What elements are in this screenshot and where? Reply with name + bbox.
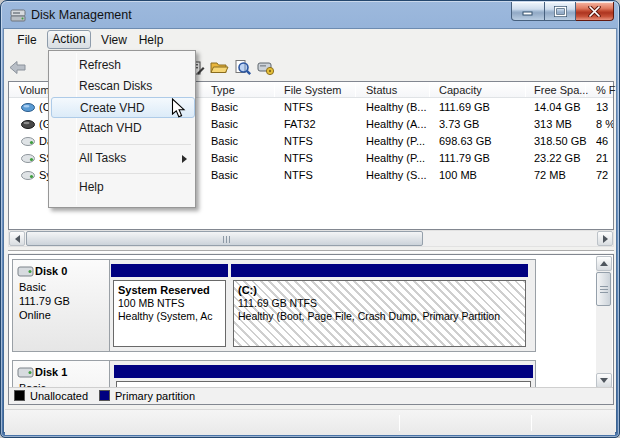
cell-capacity: 111.69 GB — [439, 99, 524, 116]
disk0-size: 111.79 GB — [19, 295, 70, 307]
primary-partition-swatch — [99, 390, 110, 401]
partition-color-bar — [111, 264, 228, 277]
close-button[interactable] — [576, 2, 614, 21]
vertical-scrollbar-thumb[interactable] — [596, 272, 611, 306]
search-icon[interactable] — [234, 59, 252, 76]
disk0-name: Disk 0 — [35, 265, 67, 277]
unallocated-swatch — [14, 390, 25, 401]
menu-item-rescan-disks[interactable]: Rescan Disks — [51, 76, 195, 97]
panel-splitter[interactable] — [8, 250, 614, 253]
menu-view[interactable]: View — [96, 32, 132, 49]
action-menu-dropdown: Refresh Rescan Disks Create VHD Attach V… — [48, 50, 196, 208]
col-free-space[interactable]: Free Spa... — [534, 82, 588, 98]
cell-type: Basic — [211, 133, 271, 150]
menu-separator — [79, 144, 191, 145]
cell-type: Basic — [211, 99, 271, 116]
submenu-arrow-icon — [182, 155, 187, 163]
cell-capacity: 698.63 GB — [439, 133, 524, 150]
col-status[interactable]: Status — [366, 82, 397, 98]
cell-type: Basic — [211, 150, 271, 167]
cell-free: 14.04 GB — [534, 99, 589, 116]
partition-size: 111.69 GB NTFS — [238, 297, 521, 310]
disk-icon — [17, 367, 34, 378]
cell-status: Healthy (P... — [366, 133, 428, 150]
col-type[interactable]: Type — [211, 82, 235, 98]
scroll-down-button[interactable] — [596, 373, 612, 388]
titlebar[interactable]: Disk Management — [1, 1, 619, 29]
disk0-state: Online — [19, 309, 51, 321]
partition-status: Healthy (Boot, Page File, Crash Dump, Pr… — [238, 310, 521, 323]
partition-ssd-data[interactable]: SSD Data (F:) — [114, 365, 533, 387]
menu-separator — [79, 173, 191, 174]
legend-bar: Unallocated Primary partition — [9, 387, 613, 404]
legend-unallocated-label: Unallocated — [30, 389, 88, 404]
menu-item-all-tasks[interactable]: All Tasks — [51, 148, 195, 169]
disk1-name: Disk 1 — [35, 366, 67, 378]
disk-settings-icon[interactable] — [257, 59, 275, 76]
cell-free: 23.22 GB — [534, 150, 589, 167]
cell-status: Healthy (P... — [366, 150, 428, 167]
cell-status: Healthy (S... — [366, 167, 428, 184]
back-button-icon[interactable] — [9, 60, 27, 75]
volume-icon — [21, 171, 36, 180]
menu-item-attach-vhd[interactable]: Attach VHD — [51, 118, 195, 139]
disk1-label[interactable]: Disk 1 Basic — [13, 361, 110, 387]
cell-fs: NTFS — [284, 133, 349, 150]
menu-file[interactable]: File — [11, 32, 43, 49]
menu-help[interactable]: Help — [133, 32, 169, 49]
cell-fs: NTFS — [284, 167, 349, 184]
disk0-label[interactable]: Disk 0 Basic 111.79 GB Online — [13, 260, 110, 351]
partition-status: Healthy (System, Ac — [118, 310, 221, 323]
cell-free: 313 MB — [534, 116, 589, 133]
cell-pct: 21 — [596, 150, 613, 167]
cell-capacity: 100 MB — [439, 167, 524, 184]
cell-fs: NTFS — [284, 150, 349, 167]
scroll-right-button[interactable] — [597, 231, 613, 246]
disk-drive-icon — [10, 8, 26, 23]
partition-system-reserved[interactable]: System Reserved 100 MB NTFS Healthy (Sys… — [111, 264, 228, 348]
cell-type: Basic — [211, 167, 271, 184]
partition-c-selected[interactable]: (C:) 111.69 GB NTFS Healthy (Boot, Page … — [231, 264, 528, 348]
cell-free: 318.50 GB — [534, 133, 589, 150]
cell-pct: 8 % — [596, 116, 613, 133]
partition-size: 100 MB NTFS — [118, 297, 221, 310]
disk0-kind: Basic — [19, 281, 46, 293]
open-folder-icon[interactable] — [210, 59, 229, 75]
cell-fs: FAT32 — [284, 116, 349, 133]
horizontal-scrollbar-thumb[interactable] — [26, 231, 423, 246]
menu-item-refresh[interactable]: Refresh — [51, 55, 195, 76]
cell-pct: 13 — [596, 99, 613, 116]
disk-icon — [17, 266, 34, 277]
cell-capacity: 111.79 GB — [439, 150, 524, 167]
partition-title: (C:) — [238, 283, 521, 297]
volume-icon — [21, 120, 36, 129]
col-file-system[interactable]: File System — [284, 82, 341, 98]
scroll-up-button[interactable] — [596, 256, 612, 271]
cell-fs: NTFS — [284, 99, 349, 116]
horizontal-scrollbar[interactable] — [8, 230, 614, 247]
menu-action[interactable]: Action — [47, 30, 91, 49]
disk-area: Disk 0 Basic 111.79 GB Online System Res… — [9, 255, 613, 387]
col-pct-free[interactable]: % F — [596, 82, 616, 98]
cell-status: Healthy (A... — [366, 116, 428, 133]
minimize-button[interactable] — [511, 2, 545, 21]
disk-management-window: Disk Management File Action View Help — [0, 0, 620, 438]
col-capacity[interactable]: Capacity — [439, 82, 482, 98]
cell-capacity: 3.73 GB — [439, 116, 524, 133]
vertical-scrollbar[interactable] — [596, 256, 612, 388]
cell-status: Healthy (B... — [366, 99, 428, 116]
disk1-row: Disk 1 Basic SSD Data (F:) — [12, 360, 536, 387]
cell-pct: 72 — [596, 167, 613, 184]
scroll-left-button[interactable] — [9, 231, 25, 246]
partition-color-bar — [231, 264, 528, 277]
maximize-button[interactable] — [545, 2, 576, 21]
mouse-cursor — [171, 98, 186, 119]
cell-free: 72 MB — [534, 167, 589, 184]
legend-primary-label: Primary partition — [115, 389, 195, 404]
cell-type: Basic — [211, 116, 271, 133]
partition-color-bar — [114, 365, 533, 378]
status-bar — [5, 409, 615, 435]
menu-item-help[interactable]: Help — [51, 177, 195, 198]
window-controls — [511, 2, 614, 21]
volume-icon — [21, 137, 36, 146]
